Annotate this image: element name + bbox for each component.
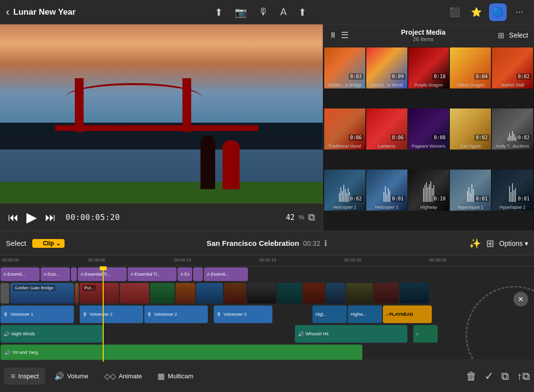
voiceover-clip-4[interactable]: 🎙Voiceover 3: [214, 305, 272, 323]
multicam-button[interactable]: ▦ Multicam: [151, 368, 200, 385]
sfx-clip-extra[interactable]: ♪: [413, 325, 438, 343]
media-item-helicopter2[interactable]: 0:01 Helicopter 2: [366, 170, 407, 211]
clip-chevron: ⌄: [56, 240, 61, 247]
video-clip-olive1[interactable]: [346, 283, 373, 304]
media-grid: 0:03 Golden...e Bridge 0:09 Martial...ts…: [323, 46, 534, 231]
media-header-center: Project Media 26 Items: [401, 28, 445, 42]
title-clip-essential-ti1[interactable]: A Essential Ti...: [78, 267, 127, 281]
video-clip-blue2[interactable]: [326, 283, 345, 304]
delete-button[interactable]: 🗑: [466, 370, 477, 383]
title-clip-essential1[interactable]: A Essenti...: [0, 267, 40, 281]
camera-icon[interactable]: 📷: [235, 6, 247, 18]
voiceover-clip-3[interactable]: 🎙Voiceover 2: [144, 305, 208, 323]
music-icon: 🔊: [3, 331, 9, 337]
bottom-left-buttons: ≡ Inspect 🔊 Volume ◇◇ Animate ▦ Multicam: [4, 368, 466, 385]
title-clip-essential-ti2[interactable]: A Essential Ti...: [128, 267, 177, 281]
voice-icon[interactable]: A: [280, 6, 287, 18]
media-btn[interactable]: 🔵: [489, 3, 507, 21]
grid-icon[interactable]: ⊞: [486, 238, 494, 249]
media-title: Project Media: [401, 28, 445, 36]
photos-btn[interactable]: ⬛: [446, 3, 464, 21]
video-clip-dark2[interactable]: [247, 283, 276, 304]
media-item-pageant-winners[interactable]: 0:08 Pageant Winners: [408, 109, 449, 150]
media-select-button[interactable]: Select: [509, 31, 528, 39]
media-item-purple-dragon[interactable]: 0:10 Purple Dragon: [408, 47, 449, 88]
yin-yang-clip[interactable]: 🔊Yin and Yang: [0, 345, 362, 360]
video-canvas[interactable]: [0, 24, 323, 203]
video-preview: ⏮ ▶ ⏭ 00:00:05:20 42 % ⧉: [0, 24, 323, 231]
video-track: Golden Gate Bridge Pur...: [0, 282, 534, 305]
volume-button[interactable]: 🔊 Volume: [47, 368, 95, 385]
animate-button[interactable]: ◇◇ Animate: [97, 368, 149, 385]
play-button[interactable]: ▶: [26, 209, 37, 225]
thumb-duration: 0:02: [349, 196, 363, 202]
pip-button[interactable]: ⧉: [308, 212, 315, 223]
media-item-martial-arts[interactable]: 0:09 Martial...ts Mural: [366, 47, 407, 88]
title-clip-essential2[interactable]: A Essi...: [41, 267, 70, 281]
video-clip-dark1[interactable]: [224, 283, 246, 304]
video-clip-darkred1[interactable]: [374, 283, 399, 304]
whoosh-hit-clip[interactable]: 🔊Whoosh Hit: [295, 325, 407, 343]
thumb-label: Helicopter 1: [324, 205, 365, 210]
highway-clip-2[interactable]: Highw...: [348, 305, 382, 323]
thumb-label: Pageant Winners: [408, 144, 449, 149]
voiceover-clip-1[interactable]: 🎙Voiceover 1: [0, 305, 74, 323]
video-clip-small1[interactable]: [75, 283, 79, 304]
media-item-helicopter1[interactable]: 0:02 Helicopter 1: [324, 170, 365, 211]
media-item-andy-productions[interactable]: 0:02 Andy T...ductions: [492, 109, 533, 150]
highway-clip-1[interactable]: Higl...: [312, 305, 347, 323]
skip-forward-button[interactable]: ⏭: [45, 211, 56, 224]
media-item-hyperlapse2[interactable]: 0:01 Hyperlapse 2: [492, 170, 533, 211]
title-clip-essential3[interactable]: A Essenti...: [204, 267, 248, 281]
video-clip-purple[interactable]: Pur...: [80, 283, 119, 304]
star-btn[interactable]: ⭐: [467, 3, 485, 21]
mic-icon: 🎙: [147, 312, 152, 317]
video-clip-golden-gate[interactable]: Golden Gate Bridge: [10, 283, 74, 304]
media-item-cat-figure[interactable]: 0:02 Cat Figure: [450, 109, 491, 150]
video-clip-orange1[interactable]: [176, 283, 195, 304]
export-icon[interactable]: ⬆: [215, 6, 223, 18]
thumb-duration: 0:02: [474, 134, 489, 141]
bottom-right-buttons: 🗑 ✓ ⧉ ↑⧉: [466, 370, 530, 383]
detach-button[interactable]: ↑⧉: [517, 370, 530, 383]
video-clip-teal1[interactable]: [277, 283, 302, 304]
share-icon[interactable]: ⬆: [298, 6, 307, 18]
clip-badge: Clip ⌄: [32, 239, 65, 248]
mic-icon[interactable]: 🎙: [259, 6, 268, 18]
grid-icon[interactable]: ⊞: [498, 31, 504, 40]
media-item-market-stall[interactable]: 0:02 Market Stall: [492, 47, 533, 88]
media-item-traditional-mural[interactable]: 0:06 Traditional Mural: [324, 109, 365, 150]
media-item-hyperlapse1[interactable]: 0:01 Hyperlapse 1: [450, 170, 491, 211]
title-clip-es[interactable]: A Es: [178, 267, 192, 281]
media-item-yellow-dragon[interactable]: 0:04 Yellow Dragon: [450, 47, 491, 88]
info-icon[interactable]: ℹ: [324, 239, 327, 248]
more-btn[interactable]: ···: [511, 3, 528, 21]
playhead-clip[interactable]: ♪ PLAYHEAD: [383, 305, 432, 323]
video-clip-red1[interactable]: [120, 283, 149, 304]
media-item-highway[interactable]: 0:10 Highway: [408, 170, 449, 211]
video-clip-darkblue1[interactable]: [400, 283, 429, 304]
thumb-label: Yellow Dragon: [450, 83, 491, 87]
thumb-duration: 0:01: [516, 196, 531, 202]
options-button[interactable]: Options ▾: [499, 240, 528, 247]
media-item-golden-gate[interactable]: 0:03 Golden...e Bridge: [324, 47, 365, 88]
video-clip-red2[interactable]: [303, 283, 325, 304]
voiceover-clip-2[interactable]: 🎙Voiceover 2: [80, 305, 143, 323]
bottom-toolbar: ≡ Inspect 🔊 Volume ◇◇ Animate ▦ Multicam…: [0, 360, 534, 392]
back-button[interactable]: ‹: [6, 7, 9, 18]
top-bar-left: ‹ Lunar New Year: [6, 7, 76, 18]
inspect-button[interactable]: ≡ Inspect: [4, 368, 45, 385]
confirm-button[interactable]: ✓: [485, 370, 493, 383]
split-button[interactable]: ⧉: [501, 370, 509, 383]
thumb-label: Traditional Mural: [324, 144, 365, 149]
video-clip-green1[interactable]: [150, 283, 175, 304]
skip-back-button[interactable]: ⏮: [8, 211, 19, 224]
list-icon[interactable]: ☰: [341, 30, 349, 41]
video-clip-blue1[interactable]: [196, 283, 223, 304]
music-icon: 🔊: [298, 331, 304, 337]
magic-icon[interactable]: ✨: [469, 238, 481, 249]
night-winds-clip[interactable]: 🔊Night Winds: [0, 325, 103, 343]
close-button[interactable]: ✕: [513, 292, 528, 306]
media-item-lanterns[interactable]: 0:06 Lanterns: [366, 109, 407, 150]
title-track: A Essenti... A Essi... A Essential Ti...…: [0, 266, 534, 282]
